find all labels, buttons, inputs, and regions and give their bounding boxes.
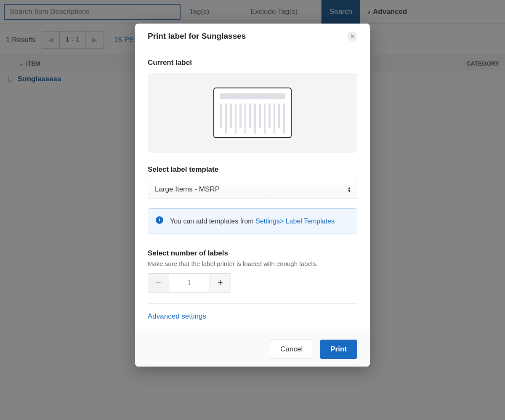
info-link[interactable]: Settings> Label Templates [255, 218, 335, 225]
num-labels-heading: Select number of labels [148, 249, 357, 258]
select-arrows-icon: ▲▼ [347, 186, 351, 192]
modal-overlay: Print label for Sunglasses ✕ Current lab… [0, 0, 505, 420]
barcode-text-placeholder [220, 93, 285, 99]
modal-footer: Cancel Print [135, 332, 370, 367]
label-preview [148, 73, 357, 153]
barcode-lines-icon [220, 104, 285, 134]
num-labels-subtext: Make sure that the label printer is load… [148, 260, 357, 267]
stepper-increment[interactable]: + [210, 274, 231, 292]
minus-icon: − [156, 277, 161, 288]
template-select[interactable]: Large Items - MSRP [148, 180, 357, 199]
close-icon: ✕ [350, 33, 355, 40]
barcode-placeholder [213, 88, 292, 138]
print-button[interactable]: Print [320, 340, 357, 359]
stepper-value[interactable]: 1 [169, 274, 210, 292]
current-label-heading: Current label [148, 58, 357, 67]
close-button[interactable]: ✕ [347, 31, 357, 41]
info-text: You can add templates from [170, 218, 255, 225]
template-selected-value: Large Items - MSRP [155, 185, 220, 194]
modal-body: Current label Select label template L [135, 49, 370, 332]
quantity-stepper: − 1 + [148, 273, 231, 292]
modal-header: Print label for Sunglasses ✕ [135, 24, 370, 49]
template-heading: Select label template [148, 165, 357, 174]
info-callout: i You can add templates from Settings> L… [148, 208, 357, 234]
info-icon: i [156, 216, 163, 224]
cancel-button[interactable]: Cancel [270, 340, 313, 359]
advanced-settings-link[interactable]: Advanced settings [148, 312, 357, 321]
template-select-wrap: Large Items - MSRP ▲▼ [148, 180, 357, 199]
plus-icon: + [218, 277, 223, 288]
stepper-decrement[interactable]: − [148, 274, 169, 292]
divider [148, 303, 357, 304]
modal-title: Print label for Sunglasses [148, 32, 246, 41]
print-label-modal: Print label for Sunglasses ✕ Current lab… [135, 24, 370, 367]
